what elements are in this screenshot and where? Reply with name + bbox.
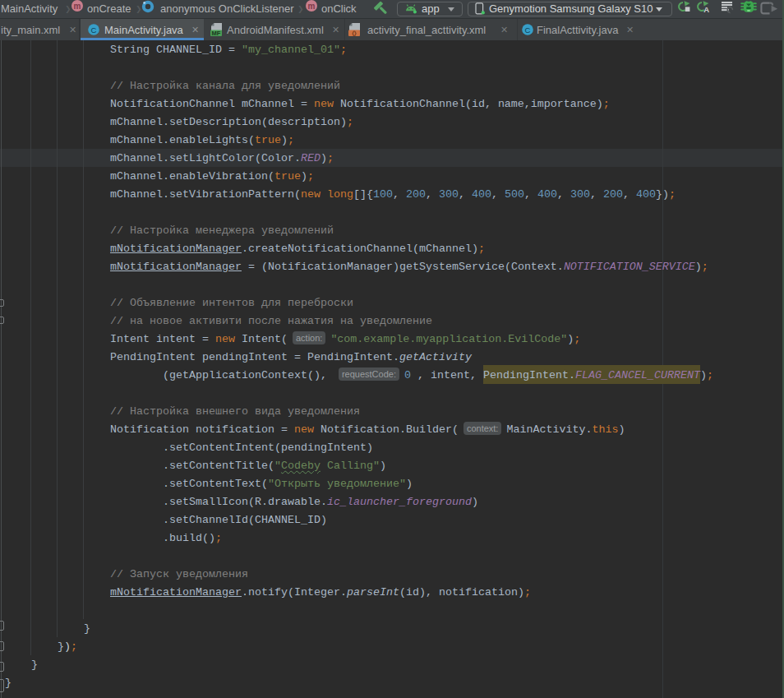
svg-text:C: C — [525, 25, 531, 35]
svg-text:m: m — [74, 2, 81, 11]
svg-text:〈〉: 〈〉 — [353, 30, 357, 36]
svg-text:C: C — [91, 25, 97, 35]
svg-text:MF: MF — [212, 30, 221, 36]
svg-text:A: A — [703, 5, 709, 14]
svg-text:m: m — [308, 2, 316, 11]
